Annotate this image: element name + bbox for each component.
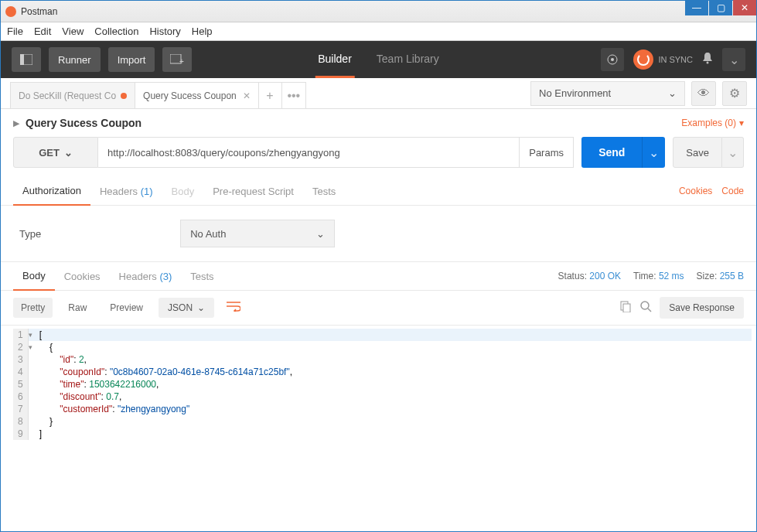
resp-tab-tests[interactable]: Tests: [181, 263, 223, 290]
request-tab-label: Query Sucess Coupon: [143, 90, 237, 101]
environment-selected-label: No Environment: [539, 87, 611, 99]
menu-history[interactable]: History: [149, 26, 180, 37]
response-toolbar: Pretty Raw Preview JSON ⌄ Save Response: [1, 291, 756, 326]
response-format-select[interactable]: JSON ⌄: [159, 298, 214, 318]
menu-help[interactable]: Help: [192, 26, 213, 37]
window-titlebar: Postman — ▢ ✕: [1, 1, 756, 22]
subtab-prerequest[interactable]: Pre-request Script: [203, 178, 303, 205]
view-pretty-button[interactable]: Pretty: [13, 298, 53, 318]
menu-edit[interactable]: Edit: [34, 26, 51, 37]
sync-icon[interactable]: [633, 49, 653, 70]
bell-icon: [702, 52, 713, 64]
resp-tab-headers[interactable]: Headers (3): [110, 263, 182, 290]
tab-team-library[interactable]: Team Library: [373, 42, 442, 78]
subtab-authorization[interactable]: Authorization: [13, 177, 90, 206]
runner-button[interactable]: Runner: [49, 47, 101, 72]
satellite-icon: [606, 53, 619, 66]
manage-environments-button[interactable]: ⚙: [722, 81, 747, 106]
svg-rect-1: [20, 54, 24, 65]
response-body-editor[interactable]: 123456789 [ { "id": 2, "couponId": "0c8b…: [1, 326, 756, 440]
subtab-tests[interactable]: Tests: [303, 178, 345, 205]
auth-selected-label: No Auth: [190, 228, 226, 240]
line-gutter: 123456789: [13, 329, 29, 440]
request-subtabs: Authorization Headers (1) Body Pre-reque…: [1, 177, 756, 206]
view-preview-button[interactable]: Preview: [102, 298, 151, 318]
auth-type-select[interactable]: No Auth ⌄: [180, 220, 335, 247]
sync-status: IN SYNC: [658, 55, 693, 64]
chevron-down-icon: ⌄: [316, 228, 325, 240]
window-title: Postman: [21, 6, 57, 17]
copy-icon: [619, 300, 632, 312]
svg-line-10: [648, 309, 651, 312]
response-status: 200 OK: [589, 271, 621, 281]
menu-file[interactable]: File: [7, 26, 23, 37]
http-method-select[interactable]: GET ⌄: [13, 137, 98, 168]
chevron-down-icon: ⌄: [197, 302, 205, 313]
sidebar-toggle-button[interactable]: [12, 47, 41, 72]
subtab-headers[interactable]: Headers (1): [90, 178, 162, 205]
copy-response-button[interactable]: [619, 300, 632, 315]
send-button[interactable]: Send: [581, 137, 642, 168]
menu-view[interactable]: View: [62, 26, 84, 37]
subtab-body[interactable]: Body: [162, 178, 204, 205]
chevron-down-icon: ⌄: [649, 145, 659, 160]
request-name: Query Sucess Coupon: [26, 117, 142, 129]
response-code: [ { "id": 2, "couponId": "0c8b4607-02a0-…: [29, 329, 744, 440]
response-size: 255 B: [720, 271, 744, 281]
save-response-button[interactable]: Save Response: [660, 297, 744, 319]
menubar: File Edit View Collection History Help: [1, 22, 756, 41]
sidebar-icon: [20, 54, 32, 65]
request-tabs-row: Do SecKill (Request Co Query Sucess Coup…: [1, 78, 756, 109]
collapse-request-icon[interactable]: ▶: [13, 118, 19, 128]
chevron-down-icon: ⌄: [729, 53, 739, 67]
svg-point-6: [707, 62, 709, 64]
send-options-button[interactable]: ⌄: [642, 137, 665, 168]
app-icon: [5, 6, 16, 17]
auth-type-label: Type: [19, 228, 41, 240]
params-button[interactable]: Params: [520, 137, 574, 168]
url-input[interactable]: [98, 137, 520, 168]
user-menu-button[interactable]: ⌄: [722, 48, 745, 71]
tab-builder[interactable]: Builder: [315, 42, 355, 78]
resp-tab-body[interactable]: Body: [13, 262, 55, 291]
window-minimize-button[interactable]: —: [685, 0, 708, 15]
view-raw-button[interactable]: Raw: [60, 298, 94, 318]
cookies-link[interactable]: Cookies: [679, 186, 712, 196]
import-button[interactable]: Import: [108, 47, 155, 72]
code-link[interactable]: Code: [721, 186, 744, 196]
svg-rect-8: [623, 304, 630, 312]
unsaved-indicator-icon: [121, 93, 127, 99]
main-toolbar: Runner Import + Builder Team Library IN …: [1, 41, 756, 78]
new-window-icon: +: [170, 54, 184, 65]
environment-quicklook-button[interactable]: 👁: [691, 81, 716, 106]
request-tab-1[interactable]: Query Sucess Coupon ✕: [135, 82, 259, 108]
capture-requests-button[interactable]: [601, 48, 624, 71]
request-tab-0[interactable]: Do SecKill (Request Co: [10, 82, 135, 108]
chevron-down-icon: ⌄: [668, 87, 677, 99]
menu-collection[interactable]: Collection: [94, 26, 138, 37]
examples-button[interactable]: Examples (0) ▾: [681, 118, 744, 128]
close-tab-button[interactable]: ✕: [243, 90, 251, 101]
svg-point-5: [611, 58, 614, 61]
svg-text:+: +: [179, 57, 184, 65]
chevron-down-icon: ⌄: [64, 147, 73, 159]
window-maximize-button[interactable]: ▢: [709, 0, 732, 15]
save-button[interactable]: Save: [673, 137, 722, 168]
eye-icon: 👁: [697, 87, 710, 101]
request-tab-label: Do SecKill (Request Co: [19, 90, 116, 101]
tab-options-button[interactable]: •••: [281, 82, 306, 108]
window-close-button[interactable]: ✕: [733, 0, 756, 15]
wrap-lines-button[interactable]: [222, 298, 245, 318]
chevron-down-icon: ⌄: [728, 145, 738, 160]
authorization-panel: Type No Auth ⌄: [1, 206, 756, 262]
save-options-button[interactable]: ⌄: [722, 137, 744, 168]
caret-down-icon: ▾: [739, 118, 744, 128]
new-tab-button[interactable]: +: [257, 82, 282, 108]
environment-select[interactable]: No Environment ⌄: [530, 81, 685, 106]
resp-headers-count: (3): [159, 271, 172, 282]
new-window-button[interactable]: +: [162, 47, 192, 72]
notifications-button[interactable]: [702, 52, 713, 67]
response-meta: Status: 200 OK Time: 52 ms Size: 255 B: [558, 271, 744, 281]
resp-tab-cookies[interactable]: Cookies: [55, 263, 110, 290]
search-response-button[interactable]: [639, 300, 652, 315]
